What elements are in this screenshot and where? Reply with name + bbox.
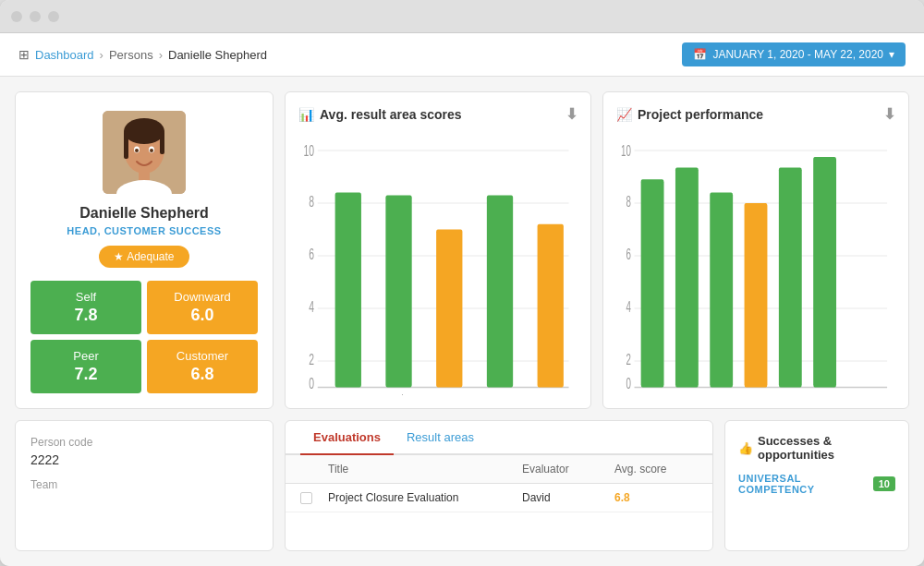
calendar-icon: 📅 [693, 48, 707, 61]
col-title: Title [328, 463, 522, 476]
svg-text:8: 8 [309, 194, 314, 211]
svg-rect-23 [335, 193, 361, 388]
svg-rect-4 [160, 131, 164, 154]
evaluations-tab[interactable]: Evaluations [300, 421, 394, 455]
avg-scores-card: 📊 Avg. result area scores ⬇ 10 8 6 4 2 0 [285, 91, 591, 409]
svg-text:Locost...: Locost... [708, 393, 736, 395]
minimize-button[interactable] [30, 11, 41, 22]
svg-text:2: 2 [626, 352, 631, 368]
self-label: Self [40, 290, 132, 304]
svg-rect-29 [487, 195, 513, 387]
topbar: ⊞ Dashboard › Persons › Danielle Shepher… [0, 33, 924, 77]
project-performance-card: 📈 Project performance ⬇ 10 8 6 4 2 0 [602, 91, 909, 409]
peer-score: Peer 7.2 [30, 340, 141, 393]
svg-text:2: 2 [309, 352, 314, 368]
row-checkbox[interactable] [300, 492, 328, 504]
profile-card: Danielle Shepherd HEAD, CUSTOMER SUCCESS… [15, 91, 274, 409]
evaluations-card: Evaluations Result areas Title Evaluator… [285, 420, 713, 551]
info-card: Person code 2222 Team [15, 420, 274, 551]
tabs: Evaluations Result areas [286, 421, 712, 455]
svg-rect-47 [675, 167, 699, 387]
close-button[interactable] [11, 11, 22, 22]
eval-table: Title Evaluator Avg. score Project Closu… [286, 455, 712, 550]
main-content: Danielle Shepherd HEAD, CUSTOMER SUCCESS… [0, 77, 924, 566]
thumbs-up-icon: 👍 [738, 441, 753, 455]
app-window: ⊞ Dashboard › Persons › Danielle Shepher… [0, 0, 924, 566]
download-icon[interactable]: ⬇ [565, 105, 578, 123]
maximize-button[interactable] [48, 11, 59, 22]
customer-value: 6.8 [156, 365, 249, 384]
svg-text:0: 0 [309, 376, 314, 392]
breadcrumb-section[interactable]: Persons [109, 48, 153, 62]
svg-text:8: 8 [626, 194, 631, 211]
customer-score: Customer 6.8 [147, 340, 258, 393]
result-areas-tab[interactable]: Result areas [394, 421, 487, 455]
person-code-value: 2222 [30, 452, 258, 467]
svg-rect-3 [124, 131, 128, 159]
avg-chart-area: 10 8 6 4 2 0 [298, 132, 578, 395]
peer-value: 7.2 [40, 365, 132, 384]
row-title: Project Closure Evaluation [328, 491, 522, 504]
self-score: Self 7.8 [30, 281, 141, 334]
col-evaluator: Evaluator [522, 463, 614, 476]
svg-rect-31 [538, 224, 564, 388]
customer-label: Customer [156, 349, 249, 363]
svg-point-8 [150, 149, 153, 152]
svg-text:6: 6 [309, 247, 314, 263]
competency-badge: 10 [873, 476, 895, 491]
svg-text:Feb: Feb [391, 392, 406, 395]
breadcrumb-sep1: › [100, 48, 103, 62]
downward-value: 6.0 [156, 306, 249, 325]
peer-label: Peer [40, 349, 132, 363]
project-chart-title: 📈 Project performance ⬇ [616, 105, 895, 123]
breadcrumb-icon: ⊞ [18, 47, 30, 62]
svg-rect-27 [436, 229, 462, 387]
success-title: 👍 Successes & opportunities [738, 434, 895, 462]
adequate-badge: ★ Adequate [99, 246, 188, 268]
svg-text:Flexus...: Flexus... [638, 393, 666, 395]
svg-text:Coast...: Coast... [743, 393, 769, 395]
svg-text:10: 10 [303, 143, 314, 160]
person-title: HEAD, CUSTOMER SUCCESS [67, 225, 221, 236]
date-range-label: JANUARY 1, 2020 - MAY 22, 2020 [712, 48, 883, 61]
project-download-icon[interactable]: ⬇ [883, 105, 895, 123]
row-score: 6.8 [614, 491, 698, 504]
svg-text:10: 10 [621, 142, 631, 159]
breadcrumb-home[interactable]: Dashboard [35, 48, 94, 62]
person-name: Danielle Shepherd [79, 205, 209, 222]
svg-rect-45 [641, 179, 664, 387]
svg-point-2 [124, 118, 164, 144]
breadcrumb: ⊞ Dashboard › Persons › Danielle Shepher… [18, 47, 267, 62]
content-area: ⊞ Dashboard › Persons › Danielle Shepher… [0, 33, 924, 566]
bottom-row: Person code 2222 Team Evaluations Result… [15, 420, 909, 551]
team-label: Team [30, 478, 258, 491]
avg-chart-title: 📊 Avg. result area scores ⬇ [298, 105, 578, 123]
svg-point-7 [135, 149, 139, 152]
svg-text:4: 4 [626, 299, 631, 316]
svg-text:4: 4 [309, 299, 314, 316]
bar-chart-icon: 📊 [298, 107, 314, 122]
svg-text:Waves...: Waves... [673, 393, 701, 395]
chevron-down-icon: ▾ [889, 48, 894, 61]
downward-label: Downward [156, 290, 249, 304]
downward-score: Downward 6.0 [147, 281, 258, 334]
avatar [103, 111, 186, 194]
svg-text:May: May [542, 392, 560, 395]
svg-text:Jan: Jan [341, 392, 355, 395]
date-range-button[interactable]: 📅 JANUARY 1, 2020 - MAY 22, 2020 ▾ [682, 42, 906, 66]
person-code-label: Person code [30, 436, 258, 449]
top-row: Danielle Shepherd HEAD, CUSTOMER SUCCESS… [15, 91, 909, 409]
competency-label: UNIVERSAL COMPETENCY [738, 473, 869, 495]
success-card: 👍 Successes & opportunities UNIVERSAL CO… [724, 420, 909, 551]
trend-icon: 📈 [616, 107, 632, 122]
breadcrumb-sep2: › [159, 48, 163, 62]
svg-text:6: 6 [626, 247, 631, 263]
svg-rect-25 [385, 195, 411, 387]
svg-rect-49 [710, 193, 733, 388]
breadcrumb-current: Danielle Shepherd [168, 48, 267, 62]
score-grid: Self 7.8 Downward 6.0 Peer 7.2 Custome [30, 281, 258, 393]
titlebar [0, 0, 924, 33]
svg-text:Bold Ideas: Bold Ideas [772, 393, 808, 395]
svg-rect-55 [813, 157, 836, 387]
table-row: Project Closure Evaluation David 6.8 [286, 484, 712, 512]
